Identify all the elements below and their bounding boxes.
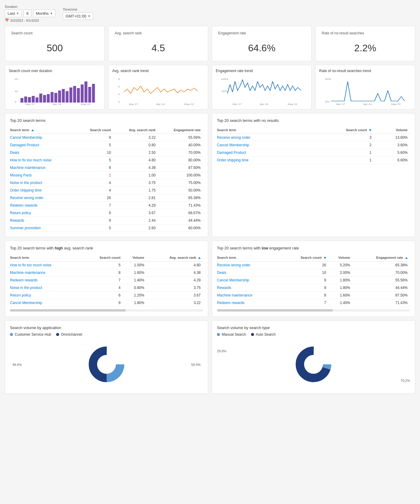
th-engagement[interactable]: Engagement rate xyxy=(158,126,203,134)
table-cell: 1.80% xyxy=(329,277,353,284)
th-le-volume[interactable]: Volume xyxy=(329,254,353,262)
svg-text:0: 0 xyxy=(14,100,16,103)
th-search-term[interactable]: Search term xyxy=(10,126,77,134)
duration-value[interactable]: 6 xyxy=(24,10,31,17)
low-engagement-scroll[interactable]: Search term Search count Volume Engageme… xyxy=(217,254,410,312)
th-hr-term[interactable]: Search term xyxy=(10,254,84,262)
timezone-value: GMT+01:00 xyxy=(65,14,86,18)
th-hr-volume[interactable]: Volume xyxy=(123,254,147,262)
table-cell: 5 xyxy=(77,157,113,164)
svg-rect-13 xyxy=(54,93,57,103)
th-hr-count[interactable]: Search count xyxy=(84,254,123,262)
summary-cards-row: Search count 500 Avg. search rank 4.5 En… xyxy=(5,26,415,61)
th-nr-search-term[interactable]: Search term xyxy=(217,126,305,134)
months-select[interactable]: Months ▼ xyxy=(33,10,56,17)
table-cell: 26 xyxy=(77,194,113,202)
table-cell: Noise in the product xyxy=(10,179,77,187)
svg-text:0%: 0% xyxy=(325,100,329,103)
table-row: Redeem rewards71.40%4.29 xyxy=(10,277,203,284)
table-row: Summer promotion52.6060.00% xyxy=(10,224,203,232)
svg-rect-12 xyxy=(51,92,54,103)
th-avg-rank[interactable]: Avg. search rank xyxy=(113,126,158,134)
search-count-value: 500 xyxy=(11,40,98,56)
table-cell: Damaged Product xyxy=(10,141,77,149)
svg-text:Mar 27: Mar 27 xyxy=(25,103,35,105)
no-result-title: Rate of no-result searches xyxy=(322,31,409,35)
table-cell: 5 xyxy=(84,262,123,269)
svg-text:50%: 50% xyxy=(221,90,228,92)
high-rank-scrollbar[interactable] xyxy=(10,309,203,312)
table-cell: 6.60% xyxy=(374,157,410,164)
no-results-header-row: Search term Search count Volume xyxy=(217,126,410,134)
th-le-count[interactable]: Search count xyxy=(281,254,329,262)
svg-text:Mar 27: Mar 27 xyxy=(336,103,345,105)
svg-rect-7 xyxy=(32,96,35,103)
top20-scroll[interactable]: Search term Search count Avg. search ran… xyxy=(10,126,203,232)
table-row: How to fix too much noise54.8080.00% xyxy=(10,157,203,164)
th-le-engagement[interactable]: Engagement rate xyxy=(353,254,410,262)
th-nr-volume[interactable]: Volume xyxy=(374,126,410,134)
no-result-chart-title: Rate of no-result searches trend xyxy=(319,69,411,73)
svg-text:20: 20 xyxy=(14,78,18,80)
no-result-svg: Rate of no-result searc... 50% 0% Mar 27… xyxy=(319,75,411,106)
pie-app-legend: Customer Service Hub Omnichannel xyxy=(10,332,203,337)
table-cell: 50.00% xyxy=(158,187,203,194)
table-cell: 5.20% xyxy=(329,262,353,269)
table-cell: 70.00% xyxy=(353,269,410,277)
svg-text:Apr 24: Apr 24 xyxy=(53,103,62,105)
table-cell: Return policy xyxy=(10,292,84,299)
low-engagement-scroll-thumb xyxy=(217,309,333,312)
th-nr-count[interactable]: Search count xyxy=(305,126,374,134)
table-cell: 71.43% xyxy=(353,299,410,307)
table-cell: 40.00% xyxy=(158,141,203,149)
table-row: Noise in the product43.7575.00% xyxy=(10,179,203,187)
svg-text:2: 2 xyxy=(118,100,120,103)
table-cell: 65.38% xyxy=(353,262,410,269)
th-le-term[interactable]: Search term xyxy=(217,254,281,262)
table-cell: 13.60% xyxy=(374,134,410,141)
table-row: Missing Parts11.00100.00% xyxy=(10,172,203,179)
timezone-select[interactable]: GMT+01:00 ▼ xyxy=(63,12,93,20)
table-cell: 9 xyxy=(77,134,113,141)
engagement-rate-card: Engagement rate 64.6% xyxy=(212,26,312,61)
high-rank-scroll[interactable]: Search term Search count Volume Avg. sea… xyxy=(10,254,203,312)
svg-rect-14 xyxy=(58,90,61,103)
table-cell: 2.81 xyxy=(113,194,158,202)
table-cell: Order shipping time xyxy=(217,157,305,164)
legend-dot-auto xyxy=(251,333,254,336)
last-arrow: ▼ xyxy=(16,12,19,15)
table-row: Damaged Product15.60% xyxy=(217,149,410,157)
table-row: Receive wrong order262.8165.38% xyxy=(10,194,203,202)
svg-rect-16 xyxy=(66,91,69,103)
table-cell: 8 xyxy=(281,292,329,299)
table-cell: 65.38% xyxy=(158,194,203,202)
top20-table-card: Top 20 search terms Search term Search c… xyxy=(5,113,208,237)
table-row: Cancel Membership23.60% xyxy=(217,141,410,149)
table-cell: 1.75 xyxy=(113,187,158,194)
svg-rect-23 xyxy=(92,84,95,103)
table-cell: 2.44 xyxy=(113,217,158,224)
table-cell: 7 xyxy=(84,277,123,284)
low-engagement-scrollbar[interactable] xyxy=(217,309,410,312)
table-cell: 3.75 xyxy=(113,179,158,187)
table-cell: 1.40% xyxy=(329,299,353,307)
table-cell: 87.50% xyxy=(158,164,203,172)
engagement-rate-title: Engagement rate xyxy=(218,31,305,35)
th-hr-rank[interactable]: Avg. search rank xyxy=(147,254,203,262)
high-rank-table-card: Top 20 search terms with high avg. searc… xyxy=(5,241,208,317)
chart-cards-row: Search count over duration Search count … xyxy=(5,65,415,109)
avg-rank-title: Avg. search rank xyxy=(115,31,202,35)
legend-customer-hub: Customer Service Hub xyxy=(10,332,51,337)
low-engagement-body: Receive wrong order265.20%65.38%Deals102… xyxy=(217,262,410,307)
table-cell: 2.50 xyxy=(113,149,158,157)
table-row: Cancel Membership93.2255.56% xyxy=(10,134,203,141)
no-results-scroll[interactable]: Search term Search count Volume Receive … xyxy=(217,126,410,164)
svg-rect-11 xyxy=(47,94,50,103)
legend-label-auto: Auto Search xyxy=(256,332,276,337)
table-cell: 5.60% xyxy=(374,149,410,157)
table-cell: 3.67 xyxy=(113,209,158,217)
pie-type-label-right: 70.2% xyxy=(401,379,410,382)
th-search-count[interactable]: Search count xyxy=(77,126,113,134)
last-select[interactable]: Last ▼ xyxy=(5,10,22,17)
table-cell: Summer promotion xyxy=(10,224,77,232)
